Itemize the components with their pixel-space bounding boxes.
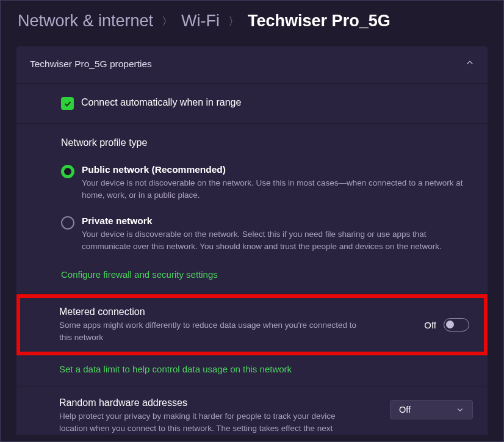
- private-network-title: Private network: [82, 216, 474, 226]
- metered-title: Metered connection: [59, 306, 364, 317]
- chevron-down-icon: [456, 406, 464, 413]
- random-hw-desc: Help protect your privacy by making it h…: [59, 410, 364, 434]
- auto-connect-checkbox[interactable]: [61, 97, 74, 110]
- profile-type-section: Network profile type Public network (Rec…: [16, 124, 488, 294]
- breadcrumb-root[interactable]: Network & internet: [18, 12, 153, 31]
- below-panel: Set a data limit to help control data us…: [16, 355, 488, 434]
- metered-highlight: Metered connection Some apps might work …: [16, 294, 488, 355]
- metered-toggle[interactable]: [444, 318, 469, 332]
- private-network-desc: Your device is discoverable on the netwo…: [82, 228, 474, 252]
- random-hw-dropdown[interactable]: Off: [390, 400, 473, 419]
- firewall-settings-link[interactable]: Configure firewall and security settings: [61, 269, 218, 280]
- breadcrumb-leaf: Techwiser Pro_5G: [248, 12, 391, 31]
- random-hw-value: Off: [399, 405, 411, 415]
- private-network-radio[interactable]: [61, 216, 74, 230]
- public-network-title: Public network (Recommended): [82, 164, 474, 175]
- breadcrumb-mid[interactable]: Wi-Fi: [181, 12, 220, 31]
- profile-type-heading: Network profile type: [61, 137, 474, 148]
- toggle-knob: [446, 321, 454, 328]
- public-network-radio[interactable]: [61, 165, 74, 178]
- auto-connect-label: Connect automatically when in range: [81, 97, 241, 108]
- breadcrumb: Network & internet 〉 Wi-Fi 〉 Techwiser P…: [1, 1, 503, 46]
- chevron-right-icon: 〉: [228, 14, 239, 29]
- random-hw-title: Random hardware addresses: [59, 397, 364, 408]
- metered-desc: Some apps might work differently to redu…: [59, 319, 364, 343]
- data-limit-link[interactable]: Set a data limit to help control data us…: [59, 364, 292, 374]
- properties-panel: Techwiser Pro_5G properties Connect auto…: [16, 46, 488, 294]
- public-network-desc: Your device is not discoverable on the n…: [82, 177, 474, 201]
- chevron-right-icon: 〉: [162, 14, 173, 29]
- chevron-up-icon: [466, 59, 474, 70]
- properties-expander[interactable]: Techwiser Pro_5G properties: [16, 46, 488, 84]
- metered-state-label: Off: [424, 320, 436, 330]
- auto-connect-section: Connect automatically when in range: [16, 84, 488, 124]
- properties-title: Techwiser Pro_5G properties: [30, 59, 152, 70]
